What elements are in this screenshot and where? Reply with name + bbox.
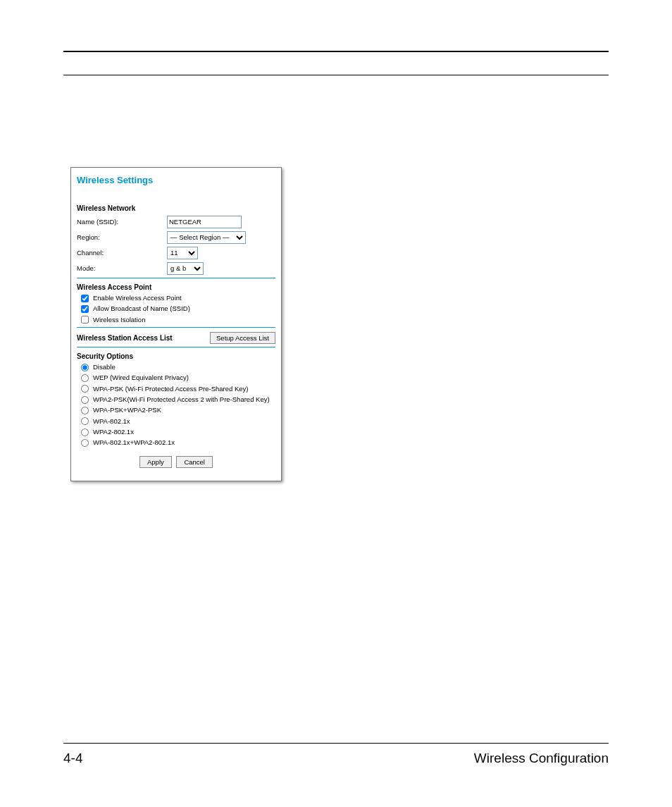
enable-ap-checkbox[interactable] <box>81 295 89 302</box>
security-option-row: WPA-PSK+WPA2-PSK <box>81 406 275 414</box>
security-option-row: Disable <box>81 363 275 371</box>
enable-ap-row: Enable Wireless Access Point <box>81 294 275 302</box>
mode-label: Mode: <box>77 264 167 273</box>
page-footer: 4-4 Wireless Configuration <box>63 751 609 766</box>
channel-row: Channel: 11 <box>77 247 275 259</box>
station-access-label: Wireless Station Access List <box>77 333 173 343</box>
ssid-input[interactable] <box>167 216 242 228</box>
security-heading: Security Options <box>77 352 275 361</box>
security-option-label: Disable <box>93 363 116 371</box>
security-radio-wep[interactable] <box>81 374 89 382</box>
isolation-checkbox[interactable] <box>81 316 89 324</box>
security-radio-wpa-wpa2-psk[interactable] <box>81 407 89 414</box>
broadcast-label: Allow Broadcast of Name (SSID) <box>93 304 190 313</box>
security-option-row: WEP (Wired Equivalent Privacy) <box>81 374 275 382</box>
security-radio-wpa-psk[interactable] <box>81 385 89 393</box>
wireless-settings-panel: Wireless Settings Wireless Network Name … <box>70 167 282 481</box>
security-option-label: WPA-PSK (Wi-Fi Protected Access Pre-Shar… <box>93 385 249 393</box>
ssid-label: Name (SSID): <box>77 218 167 226</box>
security-radio-wpa2-8021x[interactable] <box>81 429 89 436</box>
cancel-button[interactable]: Cancel <box>176 456 213 468</box>
apply-button[interactable]: Apply <box>139 456 172 468</box>
channel-label: Channel: <box>77 249 167 257</box>
security-option-row: WPA-802.1x <box>81 417 275 426</box>
broadcast-checkbox[interactable] <box>81 305 89 313</box>
security-radio-wpa-wpa2-8021x[interactable] <box>81 439 89 447</box>
security-option-label: WPA-802.1x <box>93 417 130 426</box>
separator <box>77 347 275 347</box>
station-access-row: Wireless Station Access List Setup Acces… <box>77 332 275 344</box>
page-number: 4-4 <box>63 751 82 766</box>
region-select[interactable]: — Select Region — <box>167 231 246 244</box>
access-point-heading: Wireless Access Point <box>77 283 275 292</box>
mode-row: Mode: g & b <box>77 262 275 275</box>
panel-title: Wireless Settings <box>77 175 275 187</box>
region-row: Region: — Select Region — <box>77 231 275 244</box>
mode-select[interactable]: g & b <box>167 262 204 275</box>
security-radio-wpa2-psk[interactable] <box>81 396 89 404</box>
security-option-label: WPA2-802.1x <box>93 428 134 436</box>
security-option-row: WPA-802.1x+WPA2-802.1x <box>81 438 275 447</box>
ssid-row: Name (SSID): <box>77 216 275 228</box>
isolation-label: Wireless Isolation <box>93 316 145 324</box>
isolation-row: Wireless Isolation <box>81 316 275 324</box>
setup-access-list-button[interactable]: Setup Access List <box>210 332 275 344</box>
wireless-network-heading: Wireless Network <box>77 204 275 213</box>
security-radio-wpa-8021x[interactable] <box>81 417 89 425</box>
separator <box>77 327 275 328</box>
top-rule-thin <box>63 75 609 75</box>
region-label: Region: <box>77 233 167 242</box>
security-option-label: WPA2-PSK(Wi-Fi Protected Access 2 with P… <box>93 395 270 404</box>
button-row: Apply Cancel <box>77 456 275 468</box>
enable-ap-label: Enable Wireless Access Point <box>93 294 182 302</box>
broadcast-row: Allow Broadcast of Name (SSID) <box>81 304 275 313</box>
security-option-label: WPA-PSK+WPA2-PSK <box>93 406 161 414</box>
security-option-row: WPA2-PSK(Wi-Fi Protected Access 2 with P… <box>81 395 275 404</box>
security-radio-disable[interactable] <box>81 364 89 371</box>
security-option-row: WPA-PSK (Wi-Fi Protected Access Pre-Shar… <box>81 385 275 393</box>
footer-section-title: Wireless Configuration <box>474 751 609 766</box>
channel-select[interactable]: 11 <box>167 247 198 259</box>
top-rule-thick <box>63 51 609 52</box>
security-option-row: WPA2-802.1x <box>81 428 275 436</box>
separator <box>77 278 275 278</box>
footer-rule <box>63 743 609 744</box>
security-option-label: WEP (Wired Equivalent Privacy) <box>93 374 189 382</box>
security-option-label: WPA-802.1x+WPA2-802.1x <box>93 438 175 447</box>
